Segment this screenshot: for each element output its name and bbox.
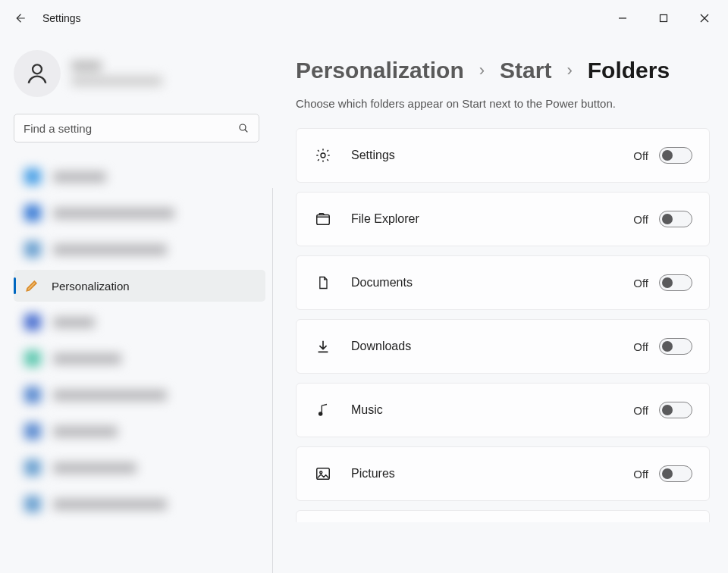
breadcrumb: Personalization › Start › Folders: [296, 58, 710, 83]
window-title: Settings: [42, 12, 81, 24]
sidebar-item[interactable]: [14, 197, 265, 229]
toggle-switch[interactable]: [659, 147, 692, 164]
minimize-button[interactable]: [605, 6, 640, 30]
toggle-state-label: Off: [633, 149, 648, 162]
sidebar-divider: [272, 188, 273, 573]
svg-rect-8: [317, 215, 330, 225]
sidebar-item[interactable]: [14, 306, 265, 338]
search-icon: [237, 122, 249, 134]
folder-toggle-list: Settings Off File Explorer Off Documents…: [296, 128, 710, 522]
back-arrow-icon: [13, 11, 27, 25]
sidebar-item[interactable]: [14, 452, 265, 484]
sidebar-item[interactable]: [14, 379, 265, 411]
download-icon: [315, 338, 331, 355]
maximize-icon: [659, 14, 668, 23]
search-input[interactable]: [24, 122, 237, 135]
breadcrumb-folders: Folders: [588, 58, 670, 83]
music-icon: [315, 402, 331, 418]
sidebar: Personalization: [0, 36, 273, 573]
toggle-switch[interactable]: [659, 211, 692, 227]
folder-label: Downloads: [351, 340, 411, 353]
sidebar-item[interactable]: [14, 343, 265, 374]
person-icon: [24, 61, 50, 86]
svg-point-5: [240, 124, 246, 130]
folder-label: Settings: [351, 149, 395, 162]
main-content: Personalization › Start › Folders Choose…: [273, 36, 728, 573]
chevron-right-icon: ›: [479, 61, 485, 80]
sidebar-item[interactable]: [14, 415, 265, 447]
toggle-state-label: Off: [633, 468, 648, 481]
folder-card-documents: Documents Off: [296, 255, 710, 310]
folder-card-music: Music Off: [296, 383, 710, 437]
toggle-state-label: Off: [633, 213, 648, 226]
titlebar: Settings: [0, 0, 728, 36]
svg-line-6: [245, 130, 247, 132]
breadcrumb-start[interactable]: Start: [500, 58, 551, 83]
folder-label: File Explorer: [351, 212, 419, 226]
sidebar-item-personalization[interactable]: Personalization: [14, 270, 265, 302]
svg-point-11: [320, 471, 322, 474]
chevron-right-icon: ›: [566, 61, 572, 80]
svg-rect-10: [317, 468, 330, 480]
toggle-switch[interactable]: [659, 274, 692, 291]
pictures-icon: [315, 465, 331, 482]
close-icon: [700, 14, 709, 23]
sidebar-item[interactable]: [14, 161, 265, 193]
folder-card-settings: Settings Off: [296, 128, 710, 183]
profile-section[interactable]: [14, 42, 265, 111]
svg-rect-1: [661, 15, 667, 22]
folder-card-downloads: Downloads Off: [296, 319, 710, 374]
paintbrush-icon: [24, 278, 39, 293]
sidebar-item[interactable]: [14, 233, 265, 265]
gear-icon: [315, 147, 331, 164]
sidebar-item[interactable]: [14, 488, 265, 520]
folder-card-partial: [296, 510, 710, 522]
svg-point-7: [321, 153, 325, 158]
folder-card-file-explorer: File Explorer Off: [296, 192, 710, 246]
back-button[interactable]: [6, 5, 33, 32]
toggle-state-label: Off: [633, 404, 648, 417]
avatar: [14, 50, 61, 97]
toggle-switch[interactable]: [659, 338, 692, 355]
toggle-switch[interactable]: [659, 465, 692, 482]
file-explorer-icon: [315, 211, 331, 227]
maximize-button[interactable]: [646, 6, 681, 30]
profile-text: [71, 61, 162, 86]
close-button[interactable]: [687, 6, 722, 30]
folder-card-pictures: Pictures Off: [296, 446, 710, 501]
nav-list: Personalization: [14, 161, 265, 520]
folder-label: Pictures: [351, 467, 395, 481]
search-box[interactable]: [14, 114, 259, 142]
minimize-icon: [618, 14, 627, 23]
toggle-state-label: Off: [633, 277, 648, 290]
svg-point-9: [319, 412, 322, 415]
page-description: Choose which folders appear on Start nex…: [296, 97, 710, 110]
breadcrumb-personalization[interactable]: Personalization: [296, 58, 464, 83]
folder-label: Documents: [351, 276, 413, 290]
folder-label: Music: [351, 403, 383, 417]
toggle-state-label: Off: [633, 340, 648, 353]
svg-point-4: [33, 64, 42, 74]
window-controls: [605, 6, 722, 30]
document-icon: [315, 274, 331, 291]
sidebar-item-label: Personalization: [52, 280, 130, 293]
toggle-switch[interactable]: [659, 402, 692, 418]
